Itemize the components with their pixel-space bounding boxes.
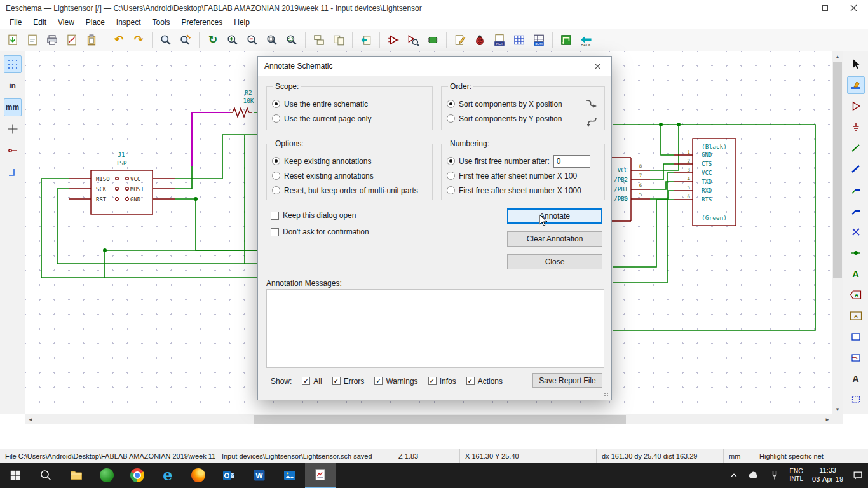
annotation-messages-box[interactable]	[266, 289, 604, 368]
maximize-button[interactable]	[811, 0, 839, 16]
page-settings-button[interactable]	[24, 31, 41, 49]
sheet-1000-radio[interactable]	[447, 186, 455, 194]
menu-view[interactable]: View	[52, 17, 80, 28]
place-power-tool[interactable]	[847, 118, 865, 136]
save-report-button[interactable]: Save Report File	[532, 373, 602, 388]
leave-sheet-button[interactable]	[357, 31, 375, 49]
units-mm-button[interactable]: mm	[4, 98, 22, 116]
show-infos-checkbox[interactable]: ✓	[428, 377, 437, 385]
text-tool[interactable]: A	[847, 370, 865, 388]
menu-place[interactable]: Place	[80, 17, 111, 28]
bom-button[interactable]: BOM	[530, 31, 548, 49]
vertical-scrollbar[interactable]: ▲ ▼	[832, 51, 843, 414]
sheet-pin-tool[interactable]	[847, 349, 865, 367]
scroll-right-arrow[interactable]: ►	[822, 414, 832, 424]
hierarchy-nav-button[interactable]	[330, 31, 348, 49]
fields-table-button[interactable]	[510, 31, 528, 49]
keep-dialog-open-checkbox[interactable]	[271, 212, 279, 220]
select-tool[interactable]	[847, 55, 865, 73]
annotate-button-toolbar[interactable]	[451, 31, 469, 49]
taskbar-app-green[interactable]	[92, 463, 122, 488]
pcbnew-button[interactable]	[557, 31, 575, 49]
resize-grip[interactable]	[603, 391, 609, 398]
tray-chevron[interactable]	[725, 463, 743, 488]
dont-ask-checkbox[interactable]	[271, 228, 279, 236]
horizontal-scroll-thumb[interactable]	[254, 415, 626, 424]
wire-tool[interactable]	[847, 139, 865, 157]
junction-tool[interactable]	[847, 244, 865, 262]
menu-preferences[interactable]: Preferences	[176, 17, 229, 28]
sort-y-radio[interactable]	[447, 114, 455, 123]
vertical-scroll-thumb[interactable]	[833, 62, 842, 278]
plot-button[interactable]	[63, 31, 81, 49]
find-button[interactable]	[157, 31, 175, 49]
menu-inspect[interactable]: Inspect	[111, 17, 147, 28]
taskbar-file-explorer[interactable]	[61, 463, 92, 488]
show-warnings-checkbox[interactable]: ✓	[374, 377, 383, 385]
tray-onedrive[interactable]	[743, 463, 764, 488]
paste-button[interactable]	[83, 31, 100, 49]
clear-annotation-button[interactable]: Clear Annotation	[507, 231, 602, 247]
taskbar-word[interactable]: W	[244, 463, 275, 488]
sheet-100-radio[interactable]	[447, 172, 455, 180]
units-inch-button[interactable]: in	[4, 77, 22, 95]
zoom-out-button[interactable]	[243, 31, 261, 49]
show-all-checkbox[interactable]: ✓	[302, 377, 310, 385]
redraw-button[interactable]: ↻	[204, 31, 222, 49]
label-tool[interactable]: A	[847, 265, 865, 283]
zoom-fit-button[interactable]	[263, 31, 281, 49]
close-button[interactable]	[839, 0, 868, 16]
minimize-button[interactable]	[782, 0, 811, 16]
taskbar-search-button[interactable]	[31, 463, 61, 488]
keep-annotations-radio[interactable]	[272, 157, 280, 165]
find-replace-button[interactable]	[177, 31, 194, 49]
taskbar-firefox[interactable]	[183, 463, 214, 488]
annotate-button[interactable]: Annotate	[507, 208, 602, 224]
bus-tool[interactable]	[847, 160, 865, 178]
menu-tools[interactable]: Tools	[147, 17, 176, 28]
global-label-tool[interactable]: A	[847, 286, 865, 304]
footprint-editor-button[interactable]	[424, 31, 442, 49]
show-errors-checkbox[interactable]: ✓	[332, 377, 341, 385]
grid-toggle-button[interactable]	[4, 55, 22, 73]
horizontal-scrollbar[interactable]: ◄ ►	[25, 414, 832, 424]
undo-button[interactable]: ↶	[110, 31, 128, 49]
action-center-button[interactable]	[848, 463, 868, 488]
reset-annotations-radio[interactable]	[272, 172, 280, 180]
taskbar-edge[interactable]: e	[153, 463, 183, 488]
hierarchy-list-button[interactable]	[310, 31, 328, 49]
taskbar-photos[interactable]	[275, 463, 305, 488]
symbol-browser-button[interactable]	[404, 31, 422, 49]
menu-help[interactable]: Help	[228, 17, 255, 28]
back-import-button[interactable]: BACK	[577, 31, 595, 49]
dialog-titlebar[interactable]: Annotate Schematic	[258, 57, 611, 76]
no-connect-tool[interactable]	[847, 223, 865, 241]
hidden-pins-button[interactable]	[4, 142, 22, 159]
close-dialog-button[interactable]: Close	[507, 254, 602, 269]
redo-button[interactable]: ↷	[130, 31, 147, 49]
scroll-down-arrow[interactable]: ▼	[832, 404, 843, 414]
wire-entry-tool[interactable]	[847, 181, 865, 199]
sort-x-radio[interactable]	[447, 100, 455, 108]
tray-utility[interactable]	[764, 463, 785, 488]
scope-current-page-radio[interactable]	[272, 114, 280, 123]
zoom-selection-button[interactable]	[283, 31, 301, 49]
first-free-radio[interactable]	[447, 157, 455, 165]
print-button[interactable]	[43, 31, 61, 49]
clock[interactable]: 11:33 03-Apr-19	[808, 463, 848, 488]
taskbar-eeschema[interactable]	[305, 463, 336, 488]
scroll-up-arrow[interactable]: ▲	[832, 51, 843, 62]
netlist-button[interactable]: NET	[491, 31, 508, 49]
bus-entry-tool[interactable]	[847, 202, 865, 220]
scroll-left-arrow[interactable]: ◄	[25, 414, 36, 424]
reset-keep-order-radio[interactable]	[272, 186, 280, 194]
erc-button[interactable]	[471, 31, 489, 49]
scope-entire-radio[interactable]	[272, 100, 280, 108]
start-button[interactable]	[0, 463, 31, 488]
show-actions-checkbox[interactable]: ✓	[466, 377, 475, 385]
taskbar-chrome[interactable]	[122, 463, 153, 488]
sheet-tool[interactable]	[847, 328, 865, 346]
menu-file[interactable]: File	[4, 17, 27, 28]
symbol-editor-button[interactable]	[384, 31, 402, 49]
hv-wires-button[interactable]	[4, 163, 22, 181]
